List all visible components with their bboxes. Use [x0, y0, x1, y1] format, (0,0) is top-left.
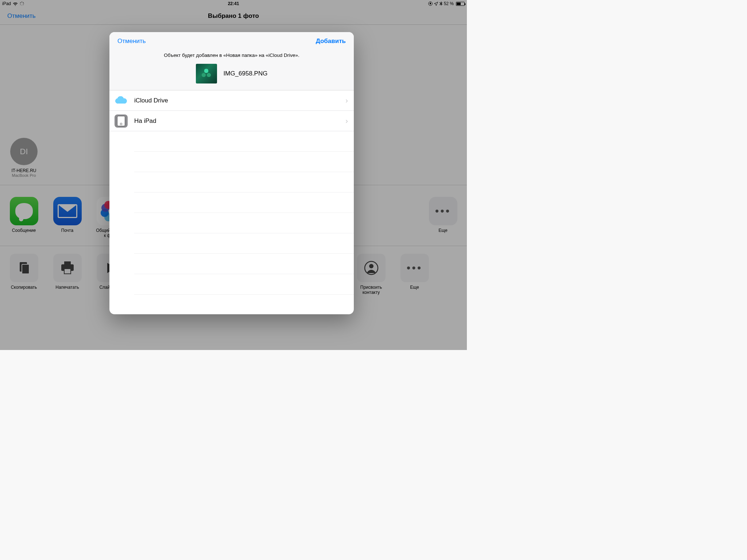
list-separator	[134, 213, 354, 233]
modal-add-button[interactable]: Добавить	[316, 38, 346, 45]
location-icloud-drive[interactable]: iCloud Drive ›	[109, 90, 354, 111]
icloud-icon	[115, 94, 128, 107]
location-on-ipad[interactable]: На iPad ›	[109, 111, 354, 131]
modal-header: Отменить Добавить	[109, 32, 354, 50]
modal-message: Объект будет добавлен в «Новая папка» на…	[109, 50, 354, 62]
ipad-icon	[115, 114, 128, 128]
list-separator	[134, 254, 354, 274]
chevron-right-icon: ›	[345, 96, 348, 105]
list-separator	[134, 233, 354, 254]
file-thumbnail	[196, 64, 217, 83]
list-separator	[134, 274, 354, 295]
modal-cancel-button[interactable]: Отменить	[117, 38, 146, 45]
file-name: IMG_6958.PNG	[224, 70, 268, 77]
list-separator	[134, 172, 354, 192]
locations-list: iCloud Drive › На iPad ›	[109, 90, 354, 314]
location-label: iCloud Drive	[134, 97, 168, 104]
list-separator	[134, 295, 354, 314]
list-separator	[134, 152, 354, 172]
save-to-files-modal: Отменить Добавить Объект будет добавлен …	[109, 32, 354, 314]
list-separator	[134, 192, 354, 213]
chevron-right-icon: ›	[345, 117, 348, 125]
location-label: На iPad	[134, 117, 156, 125]
list-separator	[134, 131, 354, 152]
modal-file-preview: IMG_6958.PNG	[109, 62, 354, 90]
